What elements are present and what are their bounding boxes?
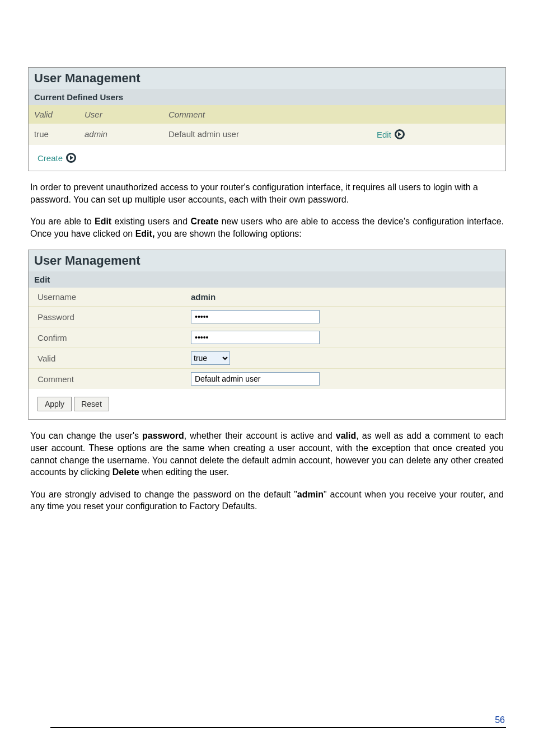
form-row-comment: Comment [29,368,505,389]
edit-user-panel: User Management Edit Username admin Pass… [28,250,506,420]
section-header: Edit [29,271,505,288]
section-header: Current Defined Users [29,89,505,105]
apply-button[interactable]: Apply [38,397,72,411]
table-header-row: Valid User Comment [29,105,505,124]
label-comment: Comment [29,370,185,388]
edit-label: Edit [377,130,391,139]
paragraph-password-note: You can change the user's password, whet… [30,430,504,478]
col-spacer [433,105,505,124]
col-user: User [79,105,163,124]
form-row-password: Password [29,306,505,327]
cell-user: admin [79,124,163,145]
table-row: true admin Default admin user Edit [29,124,505,145]
reset-button[interactable]: Reset [74,397,109,411]
label-valid: Valid [29,349,185,368]
col-comment: Comment [163,105,371,124]
cell-comment: Default admin user [163,124,371,145]
confirm-field[interactable] [191,331,320,344]
value-username: admin [185,289,505,305]
footer-divider [50,727,506,728]
panel-title: User Management [29,250,505,271]
button-row: Apply Reset [29,389,505,419]
col-valid: Valid [29,105,79,124]
create-label: Create [38,153,63,163]
form-row-confirm: Confirm [29,327,505,348]
cell-valid: true [29,124,79,145]
create-button[interactable]: Create [38,153,76,163]
arrow-circle-icon [395,129,405,139]
password-field[interactable] [191,310,320,323]
page-number: 56 [495,715,505,725]
panel-title: User Management [29,68,505,89]
arrow-circle-icon [66,153,76,163]
form-row-username: Username admin [29,288,505,306]
valid-select[interactable]: true false [191,351,230,365]
col-edit-blank [371,105,433,124]
paragraph-edit-create: You are able to Edit existing users and … [30,215,504,240]
paragraph-intro: In order to prevent unauthorized access … [30,181,504,205]
label-password: Password [29,308,185,326]
form-row-valid: Valid true false [29,348,505,368]
edit-button[interactable]: Edit [377,129,405,139]
paragraph-advice: You are strongly advised to change the p… [30,489,504,513]
comment-field[interactable] [191,372,320,386]
label-confirm: Confirm [29,328,185,347]
label-username: Username [29,288,185,306]
current-users-panel: User Management Current Defined Users Va… [28,67,506,171]
